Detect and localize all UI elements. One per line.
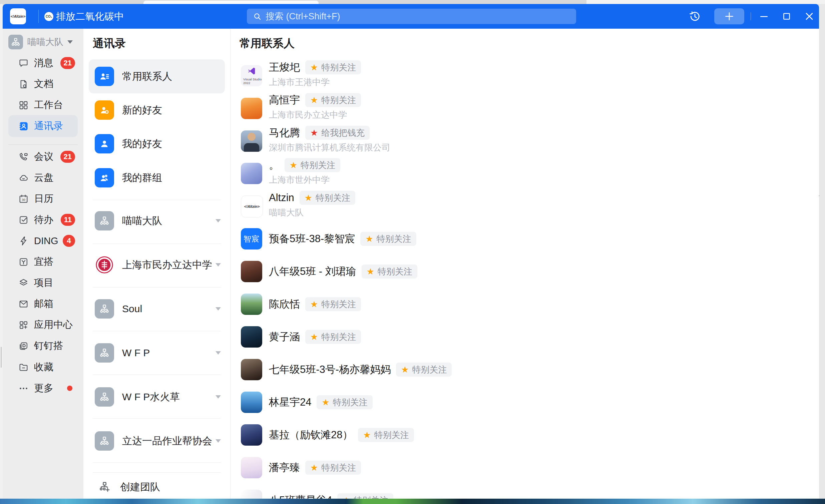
contact-name-line: 基拉（励钦滩28）★特别关注 (269, 427, 414, 443)
contacts-shortcut-2[interactable]: 新的好友 (89, 93, 225, 127)
status-emoji-icon[interactable]: CO₂ (45, 12, 53, 21)
contact-avatar (241, 131, 262, 152)
chevron-down-icon[interactable] (216, 307, 221, 311)
plus-icon (724, 11, 735, 22)
sidebar-item-label: 工作台 (34, 98, 63, 112)
org-tree-icon (95, 431, 114, 451)
sidebar-item-15[interactable]: 收藏 (8, 356, 78, 378)
create-team-label: 创建团队 (120, 480, 160, 494)
favorite-badge: ★特别关注 (358, 428, 414, 442)
chevron-down-icon[interactable] (216, 395, 221, 399)
sidebar-item-5[interactable]: 会议21 (8, 146, 78, 168)
sidebar-item-label: 待办 (34, 213, 53, 227)
org-item-2[interactable]: 上海市民办立达中学 (89, 248, 225, 281)
contacts-shortcut-3[interactable]: 我的好友 (89, 127, 225, 161)
cloud-icon (18, 173, 29, 183)
sidebar-item-12[interactable]: 邮箱 (8, 293, 78, 315)
sidebar-item-6[interactable]: 云盘 (8, 167, 78, 189)
app-logo[interactable]: <!Altzin> (10, 8, 26, 24)
search-icon (253, 12, 261, 21)
org-item-4[interactable]: W F P (89, 336, 225, 369)
sidebar-item-label: 更多 (34, 382, 53, 395)
contact-avatar (241, 98, 262, 119)
chevron-down-icon[interactable] (216, 219, 221, 223)
contact-name-line: 王焌圯★特别关注 (269, 60, 361, 75)
minimize-button[interactable] (757, 10, 771, 23)
org-switcher[interactable]: 喵喵大队 (8, 32, 80, 52)
chevron-down-icon[interactable] (216, 351, 221, 354)
contact-name-line: 黄子涵★特别关注 (269, 329, 361, 345)
maximize-button[interactable] (780, 10, 793, 23)
sidebar-item-13[interactable]: 应用中心 (8, 314, 78, 336)
sidebar-item-4[interactable]: 通讯录 (8, 115, 78, 137)
sidebar-item-1[interactable]: 消息21 (8, 52, 78, 74)
sidebar-item-11[interactable]: 项目 (8, 272, 78, 294)
close-button[interactable] (803, 10, 816, 23)
star-icon: ★ (305, 193, 312, 202)
sidebar-item-7[interactable]: 30日历 (8, 188, 78, 210)
sidebar-item-10[interactable]: 宜搭 (8, 251, 78, 273)
contact-name: 高恒宇 (269, 93, 300, 107)
history-button[interactable] (688, 10, 701, 23)
contacts-shortcut-1[interactable]: 常用联系人 (89, 59, 225, 93)
create-team-button[interactable]: 创建团队 (89, 471, 225, 499)
sidebar-item-label: 云盘 (34, 171, 53, 184)
frequent-contacts-panel: 常用联系人 Visual Studio2022王焌圯★特别关注上海市王港中学高恒… (230, 29, 819, 499)
org-name: W F P (122, 347, 150, 358)
contact-name-line: 潘亭臻★特别关注 (269, 460, 361, 475)
shortcut-label: 我的好友 (122, 137, 162, 151)
contact-name: 基拉（励钦滩28） (269, 428, 353, 442)
current-org-name: 喵喵大队 (27, 36, 63, 48)
sidebar-item-9[interactable]: DING4 (8, 230, 78, 252)
status-text[interactable]: 排放二氧化碳中 (56, 4, 124, 29)
sidebar-item-3[interactable]: 工作台 (8, 94, 78, 116)
favorite-badge: ★给我把钱充 (305, 126, 370, 140)
avatar-label: 智宸 (241, 228, 262, 250)
contact-name: 马化腾 (269, 126, 300, 140)
chevron-down-icon[interactable] (216, 263, 221, 266)
contacts-shortcut-4[interactable]: 我的群组 (89, 161, 225, 195)
sidebar-divider (8, 145, 78, 145)
org-item-6[interactable]: 立达一品作业帮协会 (89, 424, 225, 457)
chevron-down-icon[interactable] (216, 439, 221, 443)
divider (93, 200, 221, 200)
notification-badge: 4 (63, 235, 75, 247)
star-icon: ★ (365, 235, 373, 243)
org-tree-icon (95, 299, 114, 319)
star-icon: ★ (310, 96, 318, 104)
sidebar-item-8[interactable]: 待办11 (8, 209, 78, 231)
org-item-1[interactable]: 喵喵大队 (89, 204, 225, 238)
contact-avatar: <!Altzin> (241, 195, 263, 218)
contact-name-line: 高恒宇★特别关注 (269, 92, 361, 108)
favorite-badge: ★特别关注 (360, 232, 416, 246)
notification-badge: 11 (61, 214, 75, 226)
sidebar-item-label: 通讯录 (34, 119, 63, 133)
contact-name-line: 八年级5班 - 刘珺瑜★特别关注 (269, 264, 417, 279)
contact-org: 深圳市腾讯计算机系统有限公司 (269, 142, 390, 153)
favorite-badge-label: 特别关注 (301, 159, 335, 171)
sidebar-item-16[interactable]: 更多 (8, 377, 78, 399)
org-item-5[interactable]: W F P水火草 (89, 380, 225, 414)
sidebar-item-2[interactable]: 文档 (8, 73, 78, 95)
favorites-icon (18, 362, 29, 372)
chevron-down-icon (67, 40, 73, 44)
sidebar-item-label: 宜搭 (34, 255, 53, 268)
contact-avatar: Visual Studio2022 (241, 65, 262, 86)
meeting-icon (18, 152, 29, 162)
favorite-badge-label: 特别关注 (321, 462, 356, 474)
contact-name: 林星宇24 (269, 395, 311, 409)
add-button[interactable] (714, 8, 744, 24)
desktop-edge-right: + (819, 4, 825, 499)
avatar-label: <!Altzin> (241, 196, 262, 217)
titlebar-divider (39, 10, 39, 23)
contact-avatar (241, 490, 262, 499)
create-team-icon (99, 481, 111, 493)
contact-avatar: 智宸 (241, 228, 262, 250)
org-name: W F P水火草 (122, 390, 180, 404)
org-item-3[interactable]: Soul (89, 292, 225, 326)
search-input[interactable]: 搜索 (Ctrl+Shift+F) (247, 9, 576, 24)
frequent-contacts-icon (95, 67, 114, 86)
contact-name-line: 预备5班-38-黎智宸★特别关注 (269, 231, 416, 247)
sidebar-item-14[interactable]: 钉钉搭 (8, 335, 78, 357)
sidebar-item-label: 文档 (34, 77, 53, 91)
